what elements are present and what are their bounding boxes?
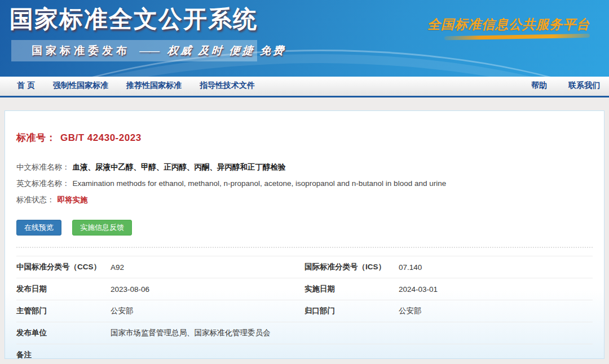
ccs-value: A92 (111, 263, 124, 272)
table-row: 备注 (16, 344, 593, 364)
brush-underline-decoration (444, 34, 590, 41)
publish-org-value: 国家市场监督管理总局、国家标准化管理委员会 (111, 328, 271, 338)
standard-detail-panel: 标准号：GB/T 42430-2023 中文标准名称：血液、尿液中乙醇、甲醇、正… (5, 110, 604, 359)
publisher-label: 国家标准委发布 (32, 43, 130, 58)
publish-date-label: 发布日期 (16, 284, 111, 294)
nav-right-group: 帮助 联系我们 (531, 81, 600, 91)
nav-contact[interactable]: 联系我们 (568, 81, 600, 91)
standard-attributes-table: 中国标准分类号（CCS） A92 国际标准分类号（ICS） 07.140 发布日… (16, 256, 593, 364)
ics-value: 07.140 (399, 263, 422, 272)
charge-dept-value: 公安部 (111, 306, 134, 316)
ccs-label: 中国标准分类号（CCS） (16, 262, 111, 272)
dotted-divider (16, 247, 593, 248)
table-cell-remark: 备注 (16, 350, 593, 360)
implement-date-value: 2024-03-01 (399, 285, 438, 294)
table-row: 主管部门 公安部 归口部门 公安部 (16, 300, 593, 322)
status-badge: 即将实施 (58, 196, 88, 204)
platform-name-text[interactable]: 全国标准信息公共服务平台 (427, 16, 590, 33)
standard-number-label: 标准号： (16, 132, 56, 143)
table-cell-implement-date: 实施日期 2024-03-01 (304, 284, 593, 294)
slogan-dash: —— (139, 45, 158, 57)
table-cell-publish-date: 发布日期 2023-08-06 (16, 284, 304, 294)
site-title: 国家标准全文公开系统 (10, 3, 258, 35)
platform-name[interactable]: 全国标准信息公共服务平台 (427, 16, 590, 39)
publish-date-value: 2023-08-06 (111, 285, 149, 294)
slogan-text: 权威 及时 便捷 免费 (167, 43, 286, 58)
chinese-name-line: 中文标准名称：血液、尿液中乙醇、甲醇、正丙醇、丙酮、异丙醇和正丁醇检验 (16, 159, 593, 175)
table-cell-centralized-dept: 归口部门 公安部 (304, 306, 593, 316)
remark-label: 备注 (16, 350, 111, 360)
table-row: 中国标准分类号（CCS） A92 国际标准分类号（ICS） 07.140 (16, 256, 593, 278)
nav-recommended-standards[interactable]: 推荐性国家标准 (126, 81, 182, 91)
site-header: 国家标准全文公开系统 国家标准委发布 —— 权威 及时 便捷 免费 全国标准信息… (0, 0, 609, 77)
nav-mandatory-standards[interactable]: 强制性国家标准 (53, 81, 108, 91)
status-line: 标准状态：即将实施 (16, 192, 593, 208)
standard-number-heading: 标准号：GB/T 42430-2023 (16, 131, 593, 144)
standard-number-value: GB/T 42430-2023 (60, 132, 142, 143)
nav-help[interactable]: 帮助 (531, 81, 547, 91)
action-button-row: 在线预览 实施信息反馈 (16, 220, 593, 236)
main-content: 标准号：GB/T 42430-2023 中文标准名称：血液、尿液中乙醇、甲醇、正… (0, 110, 609, 359)
header-slogan-banner: 国家标准委发布 —— 权威 及时 便捷 免费 (11, 40, 257, 61)
implementation-feedback-button[interactable]: 实施信息反馈 (72, 220, 132, 236)
table-cell-ics: 国际标准分类号（ICS） 07.140 (304, 262, 593, 272)
status-label: 标准状态： (16, 196, 55, 204)
implement-date-label: 实施日期 (304, 284, 399, 294)
table-row: 发布单位 国家市场监督管理总局、国家标准化管理委员会 (16, 322, 593, 344)
table-cell-publish-org: 发布单位 国家市场监督管理总局、国家标准化管理委员会 (16, 328, 593, 338)
table-cell-ccs: 中国标准分类号（CCS） A92 (16, 262, 304, 272)
english-name-label: 英文标准名称： (16, 179, 70, 188)
publish-org-label: 发布单位 (16, 328, 111, 338)
centralized-dept-value: 公安部 (399, 306, 422, 316)
nav-home[interactable]: 首 页 (17, 81, 35, 91)
main-nav: 首 页 强制性国家标准 推荐性国家标准 指导性技术文件 帮助 联系我们 (0, 77, 609, 97)
table-row: 发布日期 2023-08-06 实施日期 2024-03-01 (16, 278, 593, 300)
nav-guiding-documents[interactable]: 指导性技术文件 (200, 81, 255, 91)
english-name-line: 英文标准名称：Examination methods for ethanol, … (16, 175, 593, 192)
ics-label: 国际标准分类号（ICS） (304, 262, 399, 272)
chinese-name-label: 中文标准名称： (16, 163, 70, 171)
charge-dept-label: 主管部门 (16, 306, 111, 316)
centralized-dept-label: 归口部门 (304, 306, 399, 316)
online-preview-button[interactable]: 在线预览 (16, 220, 61, 236)
chinese-name-value: 血液、尿液中乙醇、甲醇、正丙醇、丙酮、异丙醇和正丁醇检验 (73, 163, 286, 171)
english-name-value: Examination methods for ethanol, methano… (73, 179, 447, 188)
table-cell-charge-dept: 主管部门 公安部 (16, 306, 304, 316)
